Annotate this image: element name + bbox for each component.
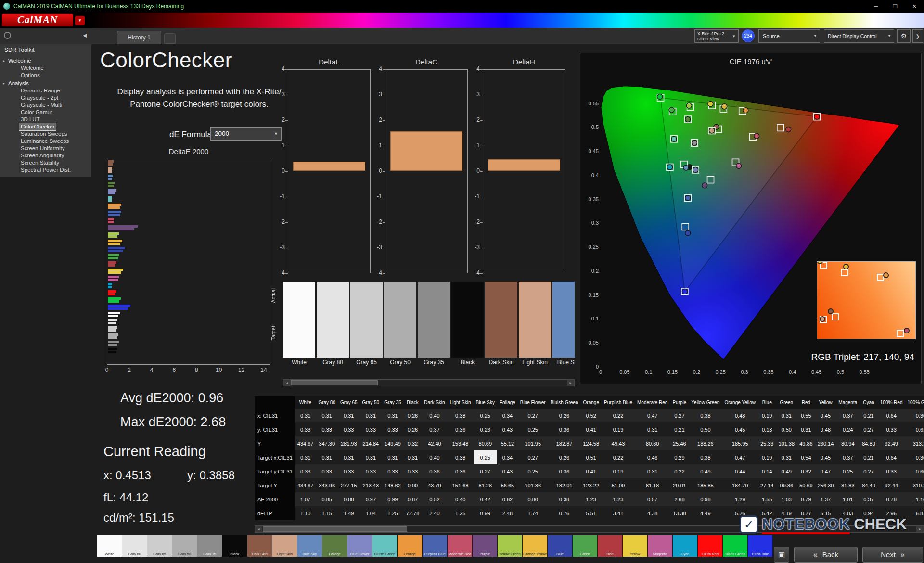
table-cell[interactable]: 0.36 bbox=[548, 464, 581, 478]
swatch-gray-65[interactable] bbox=[350, 282, 383, 358]
table-cell[interactable]: 1.25 bbox=[448, 506, 474, 520]
table-cell[interactable]: 101.38 bbox=[776, 436, 797, 450]
table-cell[interactable]: 0.22 bbox=[602, 409, 635, 422]
patch-button-100-red[interactable]: 100% Red bbox=[698, 535, 722, 557]
table-cell[interactable]: 0.87 bbox=[404, 492, 422, 506]
table-cell[interactable]: 153.48 bbox=[448, 436, 474, 450]
table-cell[interactable]: 0.41 bbox=[580, 422, 602, 436]
table-cell[interactable]: 148.62 bbox=[382, 478, 404, 492]
table-cell[interactable]: 29.01 bbox=[670, 478, 689, 492]
table-cell[interactable]: 124.58 bbox=[580, 436, 602, 450]
table-cell[interactable]: 0.33 bbox=[338, 464, 360, 478]
scrollbar-thumb[interactable] bbox=[291, 380, 378, 385]
table-cell[interactable]: 1.25 bbox=[382, 506, 404, 520]
table-cell[interactable]: 0.00 bbox=[404, 478, 422, 492]
patch-button-gray-35[interactable]: Gray 35 bbox=[197, 535, 222, 557]
table-cell[interactable]: 0.22 bbox=[602, 450, 635, 464]
table-cell[interactable]: 0.19 bbox=[758, 450, 776, 464]
table-cell[interactable]: 0.36 bbox=[548, 422, 581, 436]
table-cell[interactable]: 123.22 bbox=[580, 478, 602, 492]
table-cell[interactable]: 1.10 bbox=[295, 506, 316, 520]
table-cell[interactable]: 0.25 bbox=[474, 409, 497, 422]
table-cell[interactable]: 0.37 bbox=[422, 422, 447, 436]
table-cell[interactable]: 0.47 bbox=[815, 464, 836, 478]
sidebar-item-screen-uniformity[interactable]: Screen Uniformity bbox=[0, 145, 91, 152]
table-cell[interactable]: 0.38 bbox=[689, 450, 722, 464]
table-cell[interactable]: 1.16 bbox=[905, 492, 924, 506]
table-cell[interactable]: 2.48 bbox=[497, 506, 518, 520]
back-button[interactable]: « Back bbox=[794, 547, 858, 563]
table-cell[interactable]: 4.38 bbox=[635, 506, 670, 520]
table-cell[interactable]: 1.74 bbox=[518, 506, 548, 520]
table-cell[interactable]: 0.26 bbox=[548, 409, 581, 422]
table-cell[interactable]: 0.61 bbox=[905, 422, 924, 436]
patch-button-purplish-blue[interactable]: Purplish Blue bbox=[423, 535, 447, 557]
table-cell[interactable]: 50.69 bbox=[797, 478, 815, 492]
table-cell[interactable]: 0.33 bbox=[316, 422, 338, 436]
table-cell[interactable]: 0.33 bbox=[878, 422, 905, 436]
table-cell[interactable]: 188.26 bbox=[689, 436, 722, 450]
table-cell[interactable]: 0.52 bbox=[580, 409, 602, 422]
patch-button-black[interactable]: Black bbox=[222, 535, 247, 557]
table-cell[interactable]: 0.30 bbox=[905, 450, 924, 464]
table-cell[interactable]: 0.64 bbox=[878, 409, 905, 422]
scroll-right-icon[interactable]: ► bbox=[567, 380, 574, 386]
table-cell[interactable]: 182.01 bbox=[548, 478, 581, 492]
swatch-white[interactable] bbox=[283, 282, 315, 358]
table-cell[interactable]: 1.04 bbox=[360, 506, 382, 520]
table-cell[interactable]: 0.19 bbox=[602, 422, 635, 436]
tab-history-1[interactable]: History 1 bbox=[117, 31, 161, 44]
table-cell[interactable]: 0.31 bbox=[776, 450, 797, 464]
table-cell[interactable]: 213.43 bbox=[360, 478, 382, 492]
table-cell[interactable]: 0.40 bbox=[448, 492, 474, 506]
table-cell[interactable]: 185.95 bbox=[722, 436, 758, 450]
table-cell[interactable]: 214.84 bbox=[360, 436, 382, 450]
table-cell[interactable]: 0.33 bbox=[382, 464, 404, 478]
table-cell[interactable]: 0.14 bbox=[758, 464, 776, 478]
table-cell[interactable]: 0.99 bbox=[382, 492, 404, 506]
sidebar-item-colorchecker[interactable]: ColorChecker bbox=[0, 123, 91, 130]
patch-button-purple[interactable]: Purple bbox=[473, 535, 497, 557]
table-cell[interactable]: 151.68 bbox=[448, 478, 474, 492]
patch-button-magenta[interactable]: Magenta bbox=[648, 535, 672, 557]
minimize-button[interactable]: ─ bbox=[866, 0, 886, 13]
sidebar-item-saturation-sweeps[interactable]: Saturation Sweeps bbox=[0, 130, 91, 138]
table-cell[interactable]: 1.15 bbox=[316, 506, 338, 520]
table-cell[interactable]: 101.36 bbox=[518, 478, 548, 492]
table-cell[interactable]: 81.83 bbox=[836, 478, 860, 492]
table-cell[interactable]: 0.31 bbox=[382, 450, 404, 464]
table-cell[interactable]: 185.85 bbox=[689, 478, 722, 492]
sidebar-item-dynamic-range[interactable]: Dynamic Range bbox=[0, 87, 91, 94]
table-cell[interactable]: 0.45 bbox=[722, 422, 758, 436]
table-cell[interactable]: 347.30 bbox=[316, 436, 338, 450]
table-cell[interactable]: 0.27 bbox=[518, 409, 548, 422]
sidebar-item-welcome[interactable]: Welcome bbox=[0, 64, 91, 72]
table-cell[interactable]: 0.38 bbox=[448, 450, 474, 464]
table-cell[interactable]: 0.31 bbox=[295, 450, 316, 464]
logo-menu-button[interactable]: ▼ bbox=[75, 16, 85, 25]
next-button[interactable]: Next » bbox=[862, 547, 923, 563]
table-cell[interactable]: 0.37 bbox=[836, 450, 860, 464]
table-cell[interactable]: 0.31 bbox=[797, 422, 815, 436]
table-cell[interactable]: 0.31 bbox=[360, 450, 382, 464]
table-cell[interactable]: 49.86 bbox=[797, 436, 815, 450]
table-cell[interactable]: 0.52 bbox=[422, 492, 447, 506]
table-cell[interactable]: 0.26 bbox=[404, 422, 422, 436]
table-cell[interactable]: 0.21 bbox=[860, 450, 878, 464]
table-cell[interactable]: 0.29 bbox=[670, 450, 689, 464]
table-cell[interactable]: 0.76 bbox=[548, 506, 581, 520]
patch-button-foliage[interactable]: Foliage bbox=[322, 535, 347, 557]
table-cell[interactable]: 0.26 bbox=[474, 422, 497, 436]
table-cell[interactable]: 0.38 bbox=[548, 492, 581, 506]
table-cell[interactable]: 0.62 bbox=[497, 492, 518, 506]
table-cell[interactable]: 0.27 bbox=[518, 450, 548, 464]
table-cell[interactable]: 1.07 bbox=[295, 492, 316, 506]
settings-button[interactable]: ⚙ bbox=[897, 29, 911, 43]
table-cell[interactable]: 0.38 bbox=[448, 409, 474, 422]
table-cell[interactable]: 81.28 bbox=[474, 478, 497, 492]
table-cell[interactable]: 1.49 bbox=[338, 506, 360, 520]
table-cell[interactable]: 0.27 bbox=[474, 464, 497, 478]
table-cell[interactable]: 92.49 bbox=[878, 436, 905, 450]
table-cell[interactable]: 0.48 bbox=[722, 409, 758, 422]
table-cell[interactable]: 80.69 bbox=[474, 436, 497, 450]
